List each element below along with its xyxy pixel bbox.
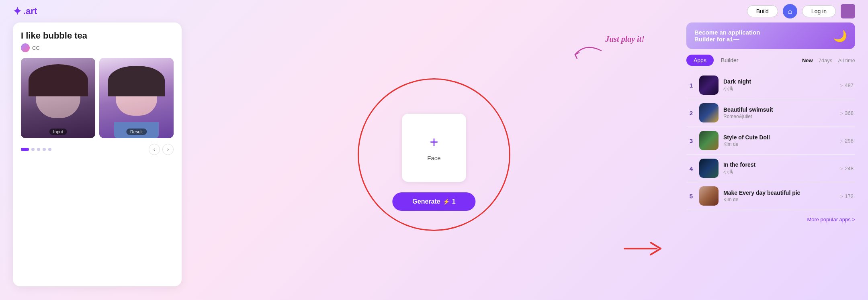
app-list-item[interactable]: 2 Beautiful swimsuit Romeo&juliet ▷ 368 [686,99,855,127]
app-list: 1 Dark night 小满 ▷ 487 2 Beautiful swimsu… [686,71,855,210]
app-rank: 2 [688,110,694,116]
next-button[interactable]: › [162,144,174,155]
input-image: Input → [21,58,95,138]
app-name: Style of Cute Doll [723,134,835,141]
discord-icon: ⌂ [788,7,792,16]
app-count: ▷ 298 [840,138,854,144]
annotation-arrow-svg [573,39,605,59]
app-author: 小满 [723,169,835,176]
generate-button[interactable]: Generate ⚡ 1 [392,192,475,211]
input-label: Input [49,129,67,135]
generate-count: 1 [452,198,456,205]
lightning-icon: ⚡ [443,198,450,205]
result-image: Result [99,58,174,138]
app-name: In the forest [723,161,835,168]
before-after-images: Input → Result [21,58,174,138]
app-info: Beautiful swimsuit Romeo&juliet [723,106,835,119]
before-after-arrow: → [94,94,95,102]
dot-4 [43,148,46,151]
prev-button[interactable]: ‹ [149,144,160,155]
play-icon: ▷ [840,166,843,171]
red-arrow-svg [620,237,669,261]
logo-icon: ✦ [13,5,22,18]
dot-3 [37,148,40,151]
generate-label: Generate [412,198,440,205]
author-name: CC [32,45,40,51]
main-content: I like bubble tea CC Input → [0,22,868,294]
app-author: Kim de [723,141,835,147]
annotation-container: Just play it! [605,35,645,44]
pagination: ‹ › [21,144,174,155]
promo-line2: Builder for a1— [694,36,760,43]
promo-banner[interactable]: Become an application Builder for a1— 🌙 [686,22,855,49]
tab-apps[interactable]: Apps [686,55,714,66]
app-list-item[interactable]: 4 In the forest 小满 ▷ 248 [686,155,855,182]
annotation-text: Just play it! [605,35,645,43]
filter-7days[interactable]: 7days [819,57,833,63]
result-label: Result [126,129,147,135]
build-button[interactable]: Build [747,5,778,17]
app-showcase-card: I like bubble tea CC Input → [13,22,182,286]
app-rank: 4 [688,165,694,172]
logo[interactable]: ✦ .art [13,5,37,18]
dot-1 [21,148,29,151]
app-list-item[interactable]: 5 Make Every day beautiful pic Kim de ▷ … [686,182,855,210]
filter-alltime[interactable]: All time [838,57,855,63]
app-info: Make Every day beautiful pic Kim de [723,190,835,202]
tab-builder[interactable]: Builder [714,55,746,66]
app-info: Style of Cute Doll Kim de [723,134,835,147]
time-filters: New 7days All time [802,57,855,63]
app-thumbnail [699,103,719,122]
app-title: I like bubble tea [21,31,174,41]
tabs-container: Apps Builder New 7days All time [686,53,855,67]
play-icon: ▷ [840,111,843,115]
app-name: Make Every day beautiful pic [723,190,835,196]
app-rank: 5 [688,193,694,200]
app-thumbnail [699,131,719,150]
count-value: 298 [845,138,854,144]
upload-face-card[interactable]: + Face [402,114,466,182]
app-count: ▷ 172 [840,193,854,199]
filter-new[interactable]: New [802,57,813,63]
app-author-row: CC [21,43,174,52]
discord-button[interactable]: ⌂ [783,4,797,18]
app-rank: 1 [688,82,694,89]
more-apps-link[interactable]: More popular apps > [686,216,855,222]
app-thumbnail [699,186,719,206]
right-panel: Become an application Builder for a1— 🌙 … [686,22,855,286]
more-apps-label: More popular apps > [807,216,855,222]
app-author: Kim de [723,197,835,202]
app-count: ▷ 368 [840,110,854,116]
promo-text: Become an application Builder for a1— [694,29,760,43]
app-list-item[interactable]: 1 Dark night 小满 ▷ 487 [686,71,855,99]
tabs-left: Apps Builder [686,55,746,66]
app-info: Dark night 小满 [723,78,835,92]
app-thumbnail [699,76,719,95]
header: ✦ .art Build ⌂ Log in [0,0,868,22]
header-right: Build ⌂ Log in [747,4,855,18]
play-icon: ▷ [840,194,843,198]
play-icon: ▷ [840,83,843,88]
app-name: Dark night [723,78,835,85]
user-avatar-header[interactable] [841,4,855,18]
login-button[interactable]: Log in [802,5,836,17]
count-value: 172 [845,193,854,199]
app-rank: 3 [688,137,694,144]
red-arrow-container [620,237,669,262]
pagination-dots [21,148,51,151]
app-thumbnail [699,159,719,178]
count-value: 487 [845,82,854,88]
plus-icon: + [430,134,438,151]
app-author: Romeo&juliet [723,114,835,119]
promo-icon: 🌙 [833,29,847,43]
play-icon: ▷ [840,139,843,143]
app-author: 小满 [723,86,835,92]
app-count: ▷ 248 [840,165,854,171]
face-label: Face [427,155,440,161]
logo-text: .art [23,6,37,16]
count-value: 248 [845,165,854,171]
app-list-item[interactable]: 3 Style of Cute Doll Kim de ▷ 298 [686,127,855,155]
dot-5 [48,148,51,151]
nav-buttons: ‹ › [149,144,174,155]
app-count: ▷ 487 [840,82,854,88]
